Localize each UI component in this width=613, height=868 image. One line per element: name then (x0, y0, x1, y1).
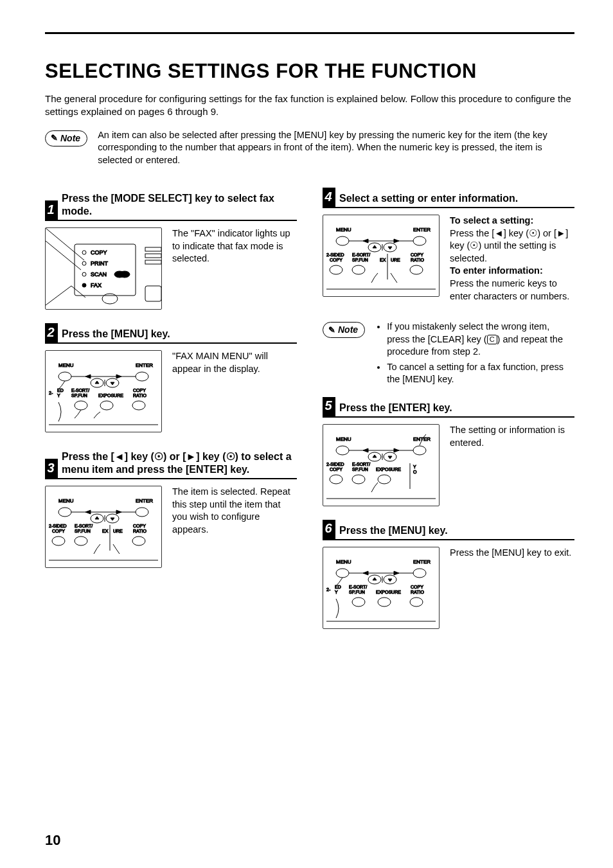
svg-text:SP.FUN: SP.FUN (352, 258, 368, 262)
mid-note: ✎ Note If you mistakenly select the wron… (323, 321, 574, 389)
step-number-6: 6 (323, 520, 335, 539)
svg-text:SP.FUN: SP.FUN (349, 590, 365, 594)
mid-note-item-1: If you mistakenly select the wrong item,… (387, 321, 574, 359)
step-6-desc: Press the [MENU] key to exit. (450, 547, 574, 560)
step-6: 6 Press the [MENU] key. MENU ENTER (323, 524, 574, 629)
svg-text:SP.FUN: SP.FUN (71, 393, 87, 398)
step-3-title: Press the [◄] key (☉) or [►] key (☉) to … (62, 450, 297, 476)
right-arrow-icon: ► (186, 451, 196, 462)
svg-text:EXPOSURE: EXPOSURE (376, 590, 401, 594)
left-arrow-icon: ◄ (494, 228, 503, 238)
intro-paragraph: The general procedure for configuring se… (45, 93, 574, 119)
svg-point-94 (330, 475, 342, 484)
svg-point-80 (336, 446, 349, 455)
step-1-title: Press the [MODE SELECT] key to select fa… (62, 192, 297, 218)
svg-text:COPY: COPY (133, 388, 146, 393)
menu-panel-diagram-4: MENU ENTER 2-SIDED COPY (323, 215, 440, 297)
svg-point-116 (410, 598, 423, 607)
svg-rect-15 (145, 286, 161, 301)
circle-down-icon: ☉ (154, 451, 163, 462)
svg-point-64 (413, 236, 426, 245)
note-label: Note (60, 133, 80, 143)
svg-text:Y: Y (413, 465, 416, 469)
svg-text:RATIO: RATIO (411, 590, 424, 594)
svg-text:E-SORT/: E-SORT/ (75, 524, 93, 528)
step-5: 5 Press the [ENTER] key. MENU ENTER (323, 402, 574, 506)
svg-text:COPY: COPY (330, 467, 342, 472)
svg-text:RATIO: RATIO (133, 529, 147, 533)
mid-note-text: If you mistakenly select the wrong item,… (375, 321, 574, 389)
svg-point-105 (413, 569, 426, 578)
svg-text:COPY: COPY (133, 524, 146, 528)
right-arrow-icon: ► (556, 228, 565, 238)
svg-text:COPY: COPY (91, 249, 107, 256)
svg-text:2-SIDED: 2-SIDED (49, 524, 67, 528)
step-1: 1 Press the [MODE SELECT] key to select … (45, 192, 297, 310)
svg-text:E-SORT/: E-SORT/ (71, 388, 89, 393)
svg-text:SP.FUN: SP.FUN (352, 467, 368, 472)
svg-text:ED: ED (57, 388, 64, 393)
svg-text:RATIO: RATIO (133, 393, 147, 398)
step-2-desc: "FAX MAIN MENU" will appear in the displ… (172, 350, 297, 375)
top-note-text: An item can also be selected after press… (98, 129, 574, 167)
step-2: 2 Press the [MENU] key. MENU ENTER (45, 328, 297, 432)
svg-text:ENTER: ENTER (413, 227, 431, 233)
svg-text:COPY: COPY (411, 252, 423, 257)
svg-text:COPY: COPY (330, 258, 342, 262)
left-arrow-icon: ◄ (114, 451, 125, 462)
svg-point-95 (352, 475, 365, 484)
svg-text:Y: Y (335, 590, 338, 594)
svg-text:MENU: MENU (58, 362, 74, 368)
svg-point-43 (136, 508, 148, 517)
step-5-desc: The setting or information is entered. (450, 424, 574, 449)
step-2-title: Press the [MENU] key. (62, 328, 297, 341)
step-number-3: 3 (45, 459, 58, 478)
enter-body: Press the numeric keys to enter characte… (450, 278, 569, 301)
svg-text:EX: EX (102, 529, 109, 533)
step-number-5: 5 (323, 397, 335, 416)
step-4: 4 Select a setting or enter information.… (323, 192, 574, 303)
svg-text:RATIO: RATIO (411, 258, 424, 262)
page-title: SELECTING SETTINGS FOR THE FUNCTION (45, 60, 574, 83)
svg-point-32 (75, 401, 87, 410)
svg-point-53 (52, 536, 65, 545)
pencil-icon: ✎ (51, 133, 58, 143)
note-label: Note (338, 324, 358, 335)
svg-text:2-: 2- (49, 391, 53, 395)
svg-point-11 (102, 294, 118, 304)
circle-up-icon: ☉ (226, 451, 235, 462)
circle-up-icon: ☉ (470, 240, 478, 251)
svg-text:EXPOSURE: EXPOSURE (98, 393, 123, 398)
svg-point-9 (82, 283, 86, 287)
step-1-desc: The "FAX" indicator lights up to indicat… (172, 227, 297, 265)
step-3-desc: The item is selected. Repeat this step u… (172, 486, 297, 536)
svg-text:E-SORT/: E-SORT/ (352, 252, 370, 257)
svg-text:COPY: COPY (411, 585, 423, 589)
svg-text:E-SORT/: E-SORT/ (349, 585, 367, 589)
top-rule (45, 32, 574, 34)
svg-text:EX: EX (380, 258, 386, 262)
svg-text:ENTER: ENTER (136, 362, 153, 368)
note-pill: ✎ Note (45, 130, 87, 146)
step-number-4: 4 (323, 188, 335, 207)
svg-point-18 (58, 372, 71, 381)
svg-text:ENTER: ENTER (413, 436, 431, 442)
step-5-title: Press the [ENTER] key. (339, 402, 574, 414)
svg-text:FAX: FAX (91, 282, 102, 288)
svg-text:2-: 2- (326, 587, 331, 592)
svg-point-55 (132, 536, 145, 545)
svg-point-1 (82, 251, 86, 254)
svg-point-33 (100, 401, 113, 410)
step-number-2: 2 (45, 323, 58, 342)
svg-point-96 (378, 475, 391, 484)
svg-point-3 (82, 261, 86, 265)
step-4-title: Select a setting or enter information. (339, 192, 574, 205)
svg-text:2-SIDED: 2-SIDED (326, 252, 344, 257)
svg-text:E-SORT/: E-SORT/ (352, 462, 370, 466)
svg-text:ENTER: ENTER (413, 559, 431, 565)
svg-text:O: O (413, 470, 417, 474)
enter-heading: To enter information: (450, 265, 543, 276)
svg-text:URE: URE (391, 258, 400, 262)
svg-point-75 (352, 265, 365, 274)
step-6-title: Press the [MENU] key. (339, 524, 574, 537)
